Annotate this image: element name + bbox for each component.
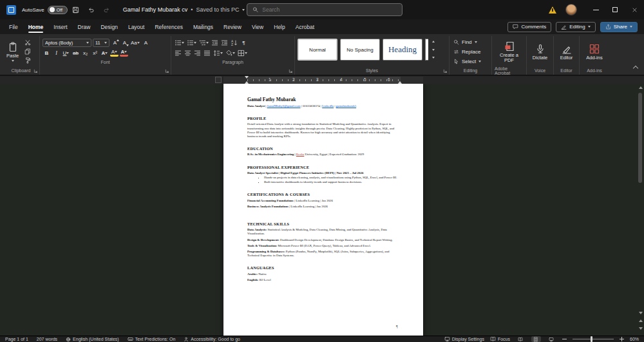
scroll-down-icon[interactable] [432, 49, 435, 51]
focus-button[interactable]: Focus [490, 336, 510, 342]
align-left-button[interactable] [174, 49, 182, 57]
font-name-combo[interactable]: Aptos (Body) [43, 39, 91, 47]
styles-dialog-launcher[interactable] [443, 69, 448, 73]
format-painter-button[interactable] [22, 56, 33, 64]
paste-button[interactable]: Paste [5, 37, 20, 66]
word-logo-icon[interactable] [6, 5, 16, 15]
menu-tab-view[interactable]: View [247, 21, 269, 33]
multilevel-list-button[interactable] [198, 39, 209, 47]
first-line-indent-marker[interactable] [245, 76, 249, 79]
line-spacing-button[interactable] [213, 49, 223, 57]
ruler-strip[interactable]: 1 2 3 4 5 6 [223, 77, 423, 83]
menu-tab-mailings[interactable]: Mailings [188, 21, 218, 33]
menu-tab-design[interactable]: Design [95, 21, 122, 33]
font-dialog-launcher[interactable] [165, 69, 169, 73]
bold-button[interactable]: B [43, 49, 51, 57]
borders-button[interactable] [237, 49, 248, 57]
web-layout-button[interactable] [547, 336, 556, 342]
display-settings-button[interactable]: Display Settings [444, 336, 484, 342]
style-normal[interactable]: Normal [298, 39, 337, 61]
tab-selector[interactable] [215, 77, 222, 83]
minimize-button[interactable] [586, 0, 605, 19]
print-layout-button[interactable] [531, 336, 541, 342]
collapse-ribbon-icon[interactable] [633, 66, 638, 71]
font-size-combo[interactable]: 11 [93, 39, 109, 47]
close-button[interactable] [625, 0, 644, 19]
menu-tab-layout[interactable]: Layout [123, 21, 150, 33]
numbering-button[interactable] [186, 39, 197, 47]
editor-button[interactable]: Editor [559, 37, 574, 66]
highlight-color-button[interactable]: A [110, 49, 118, 57]
word-count[interactable]: 207 words [37, 337, 57, 341]
paragraph-dialog-launcher[interactable] [289, 69, 293, 73]
sort-button[interactable] [230, 39, 238, 47]
menu-tab-acrobat[interactable]: Acrobat [290, 21, 319, 33]
gallery-expand-icon[interactable] [432, 57, 435, 59]
copy-button[interactable] [22, 47, 33, 55]
restore-button[interactable] [605, 0, 625, 19]
shrink-font-button[interactable]: A [120, 39, 129, 47]
next-page-icon[interactable] [639, 327, 643, 330]
warning-icon[interactable] [549, 6, 556, 14]
strikethrough-button[interactable]: ab [71, 49, 80, 57]
editing-mode-button[interactable]: Editing [556, 22, 595, 32]
style-partial[interactable] [425, 39, 428, 61]
superscript-button[interactable]: x² [91, 49, 99, 57]
text-effects-button[interactable]: A [100, 49, 109, 57]
font-color-button[interactable]: A [120, 49, 128, 57]
menu-tab-review[interactable]: Review [218, 21, 247, 33]
subscript-button[interactable]: x₂ [81, 49, 90, 57]
linkedin-link[interactable]: LinkedIn [322, 104, 334, 108]
share-button[interactable]: Share [600, 22, 638, 32]
create-pdf-button[interactable]: Create a PDF [495, 37, 524, 66]
previous-page-icon[interactable] [639, 319, 643, 322]
page-indicator[interactable]: Page 1 of 1 [5, 337, 28, 341]
benha-link[interactable]: Benha [296, 153, 305, 156]
menu-tab-insert[interactable]: Insert [48, 21, 72, 33]
redo-button[interactable] [100, 3, 114, 17]
vertical-scrollbar[interactable] [638, 85, 643, 334]
save-button[interactable] [69, 3, 83, 17]
text-predictions[interactable]: Text Predictions: On [128, 336, 176, 342]
accessibility-status[interactable]: Accessibility: Good to go [184, 337, 240, 342]
change-case-button[interactable]: Aa [130, 39, 140, 47]
dictate-button[interactable]: Dictate [531, 37, 549, 66]
menu-tab-help[interactable]: Help [269, 21, 290, 33]
scroll-down-icon[interactable] [639, 312, 643, 314]
show-formatting-button[interactable]: ¶ [240, 39, 248, 47]
undo-button[interactable] [84, 3, 99, 17]
bullets-button[interactable] [174, 39, 185, 47]
select-button[interactable]: Select [452, 57, 489, 66]
replace-button[interactable]: Replace [452, 47, 489, 56]
grow-font-button[interactable]: A [111, 39, 119, 47]
search-input[interactable] [262, 6, 397, 13]
read-mode-button[interactable] [516, 336, 526, 342]
zoom-out-button[interactable] [562, 339, 567, 339]
style-heading[interactable]: Heading [383, 39, 422, 61]
scroll-up-icon[interactable] [639, 86, 643, 89]
avatar[interactable] [565, 4, 577, 15]
underline-button[interactable]: U [62, 49, 70, 57]
find-button[interactable]: Find [452, 37, 489, 46]
cut-button[interactable] [22, 38, 33, 46]
scrollbar-thumb[interactable] [638, 93, 642, 183]
align-right-button[interactable] [193, 49, 202, 57]
zoom-level[interactable]: 60% [630, 337, 639, 341]
language-indicator[interactable]: English (United States) [66, 337, 119, 342]
zoom-slider-thumb[interactable] [591, 336, 592, 342]
menu-tab-references[interactable]: References [149, 21, 187, 33]
search-box[interactable] [247, 3, 402, 16]
italic-button[interactable]: I [52, 49, 61, 57]
menu-tab-draw[interactable]: Draw [73, 21, 96, 33]
menu-tab-home[interactable]: Home [23, 21, 49, 33]
clipboard-dialog-launcher[interactable] [33, 69, 38, 73]
decrease-indent-button[interactable] [211, 39, 219, 47]
handle-link[interactable]: gamalmubarak5 [336, 104, 357, 108]
shading-button[interactable] [225, 49, 236, 57]
document-title[interactable]: Gamal Fathy Mubarak cv • Saved to this P… [123, 6, 245, 13]
email-link[interactable]: JamalMtahy0@gmail.com [267, 104, 301, 108]
clear-formatting-button[interactable]: A [142, 39, 150, 47]
zoom-in-button[interactable] [620, 337, 624, 341]
document-page[interactable]: Gamal Fathy Mubarak Data Analyst | Jamal… [223, 84, 423, 336]
zoom-slider[interactable] [573, 339, 614, 339]
